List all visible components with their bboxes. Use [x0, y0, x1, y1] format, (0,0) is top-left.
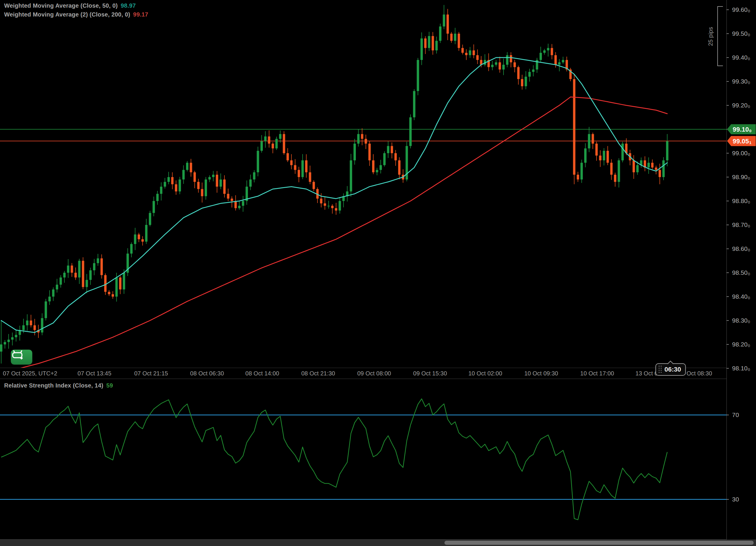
rsi-tick: [726, 415, 729, 415]
pips-measure-label: 25 pips: [707, 22, 714, 51]
price-axis-label: 99.300: [732, 78, 750, 85]
price-tick: [726, 9, 729, 10]
time-axis-label: 08 Oct 21:30: [301, 370, 335, 377]
time-axis-label: 10 Oct 17:00: [580, 370, 614, 377]
price-axis-label: 99.000: [732, 150, 750, 157]
rsi-legend[interactable]: Relative Strength Index (Close, 14)59: [4, 382, 113, 389]
price-axis-label: 98.600: [732, 245, 750, 252]
wma200-legend[interactable]: Weighted Moving Average (2) (Close, 200,…: [4, 11, 148, 18]
trading-app: { "main_legend": { "wma50_label": "Weigh…: [0, 0, 756, 546]
time-axis-label: 07 Oct 21:15: [134, 370, 168, 377]
bot-plus-icon: [11, 350, 25, 360]
horizontal-scrollbar-thumb[interactable]: [444, 541, 754, 545]
wma200-label: Weighted Moving Average (2) (Close, 200,…: [4, 11, 130, 18]
price-axis-label: 99.400: [732, 54, 750, 61]
time-axis-label: 09 Oct 15:30: [413, 370, 447, 377]
price-axis-label: 98.300: [732, 317, 750, 324]
drag-handle-icon: [659, 366, 662, 373]
price-axis-label: 98.200: [732, 341, 750, 348]
rsi-axis-label: 70: [732, 411, 739, 418]
price-tick: [726, 57, 729, 58]
rsi-label: Relative Strength Index (Close, 14): [4, 382, 103, 389]
horizontal-scrollbar-track[interactable]: [0, 540, 756, 546]
rsi-axis-label: 30: [732, 496, 739, 503]
price-tick: [726, 368, 729, 369]
price-axis-label: 98.700: [732, 221, 750, 229]
time-axis-label: 08 Oct 06:30: [190, 370, 224, 377]
current-price-tag: 99.051: [727, 136, 756, 146]
price-tick: [726, 320, 729, 321]
price-axis-label: 98.900: [732, 174, 750, 181]
indicator-legend: Weighted Moving Average (Close, 50, 0)98…: [4, 2, 148, 20]
time-axis-label: 07 Oct 13:45: [78, 370, 112, 377]
price-axis-label: 99.500: [732, 30, 750, 37]
price-tick: [726, 105, 729, 106]
add-bot-button[interactable]: [11, 349, 32, 365]
wma50-label: Weighted Moving Average (Close, 50, 0): [4, 2, 118, 9]
price-tick: [726, 249, 729, 249]
price-axis-label: 98.100: [732, 365, 750, 372]
main-chart[interactable]: [0, 0, 726, 368]
price-tick: [726, 177, 729, 177]
wma50-legend[interactable]: Weighted Moving Average (Close, 50, 0)98…: [4, 2, 148, 9]
time-axis-label: 10 Oct 09:30: [524, 370, 558, 377]
price-tick: [726, 296, 729, 297]
price-axis-label: 99.600: [732, 6, 750, 13]
price-axis-label: 98.400: [732, 293, 750, 300]
price-axis-label: 99.200: [732, 102, 750, 109]
time-axis-label: 10 Oct 02:00: [468, 370, 502, 377]
price-axis-label: 98.800: [732, 198, 750, 205]
time-axis-label: 07 Oct 2025, UTC+2: [3, 370, 57, 377]
time-scrubber-badge[interactable]: 06:30: [655, 363, 686, 376]
price-tick: [726, 153, 729, 154]
rsi-chart[interactable]: [0, 379, 726, 540]
price-axis-label: 98.500: [732, 269, 750, 276]
price-tick: [726, 225, 729, 225]
wma50-value: 98.97: [121, 2, 136, 9]
level-price-tag[interactable]: 99.100: [727, 124, 756, 135]
rsi-tick: [726, 499, 729, 500]
wma200-value: 99.17: [133, 11, 148, 18]
badge-time-label: 06:30: [664, 366, 681, 373]
time-axis-label: 08 Oct 14:00: [245, 370, 279, 377]
price-tick: [726, 344, 729, 345]
price-tick: [726, 201, 729, 201]
rsi-value: 59: [106, 382, 113, 389]
time-axis-label: 09 Oct 08:00: [357, 370, 391, 377]
price-tick: [726, 33, 729, 34]
price-tick: [726, 273, 729, 273]
price-tick: [726, 81, 729, 82]
